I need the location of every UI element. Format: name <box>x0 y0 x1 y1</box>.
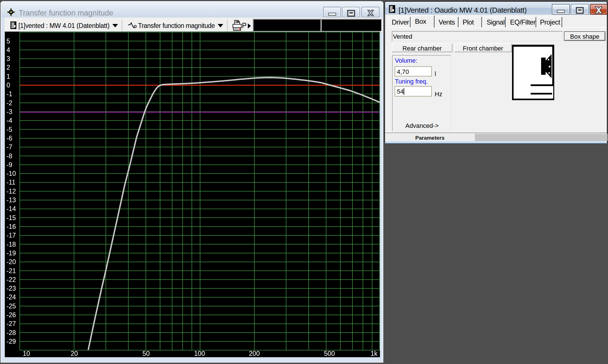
svg-text:-29: -29 <box>6 338 16 345</box>
svg-text:-25: -25 <box>6 302 16 310</box>
svg-text:-26: -26 <box>6 311 16 319</box>
svg-text:-19: -19 <box>6 249 16 257</box>
svg-text:-17: -17 <box>6 232 16 239</box>
svg-text:-16: -16 <box>6 223 16 230</box>
svg-text:200: 200 <box>249 350 260 357</box>
svg-text:-28: -28 <box>6 329 16 336</box>
svg-text:-4: -4 <box>6 117 12 124</box>
svg-text:-13: -13 <box>6 196 16 204</box>
svg-text:-8: -8 <box>6 152 12 160</box>
svg-text:500: 500 <box>324 350 335 357</box>
svg-text:3: 3 <box>6 55 10 62</box>
svg-text:2: 2 <box>6 64 10 71</box>
svg-text:-9: -9 <box>6 161 12 168</box>
svg-text:0: 0 <box>6 82 10 89</box>
svg-text:-2: -2 <box>6 99 12 107</box>
svg-text:-23: -23 <box>6 285 16 292</box>
svg-text:-7: -7 <box>6 143 12 151</box>
svg-text:10: 10 <box>23 350 30 357</box>
svg-text:-21: -21 <box>6 267 16 275</box>
svg-text:-12: -12 <box>6 188 16 195</box>
svg-text:100: 100 <box>194 350 205 357</box>
svg-text:50: 50 <box>143 350 150 357</box>
svg-text:5: 5 <box>6 38 10 45</box>
svg-text:-27: -27 <box>6 320 16 327</box>
svg-text:20: 20 <box>71 350 78 357</box>
svg-text:-10: -10 <box>6 170 16 177</box>
svg-text:-11: -11 <box>6 179 16 186</box>
svg-text:-18: -18 <box>6 241 16 248</box>
svg-text:-6: -6 <box>6 135 12 142</box>
svg-text:-15: -15 <box>6 214 16 222</box>
svg-text:-14: -14 <box>6 205 16 212</box>
svg-text:-22: -22 <box>6 276 16 283</box>
svg-text:-20: -20 <box>6 258 16 266</box>
svg-text:1: 1 <box>6 73 10 80</box>
svg-text:4: 4 <box>6 46 10 54</box>
svg-text:1k: 1k <box>371 350 378 357</box>
svg-text:-5: -5 <box>6 126 12 133</box>
svg-text:-1: -1 <box>6 90 12 98</box>
svg-text:-24: -24 <box>6 293 16 301</box>
svg-text:-3: -3 <box>6 108 12 115</box>
